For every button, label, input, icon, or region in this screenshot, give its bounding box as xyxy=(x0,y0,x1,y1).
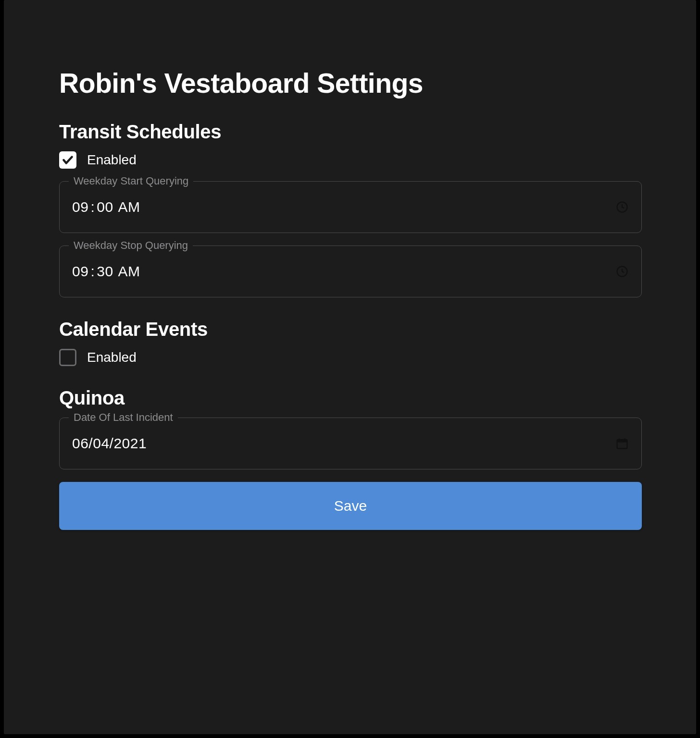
time-colon: : xyxy=(88,199,97,215)
section-heading-transit: Transit Schedules xyxy=(59,121,641,143)
date-last-incident-legend: Date Of Last Incident xyxy=(69,411,178,424)
start-ampm: AM xyxy=(113,199,140,215)
transit-enabled-row: Enabled xyxy=(59,151,641,169)
section-heading-quinoa: Quinoa xyxy=(59,387,641,409)
weekday-stop-field[interactable]: Weekday Stop Querying 09:30AM xyxy=(59,246,642,297)
page-title: Robin's Vestaboard Settings xyxy=(59,67,641,99)
date-last-incident-field[interactable]: Date Of Last Incident 06/04/2021 xyxy=(59,418,642,469)
weekday-stop-legend: Weekday Stop Querying xyxy=(69,239,193,252)
stop-hour: 09 xyxy=(72,263,88,279)
calendar-enabled-row: Enabled xyxy=(59,349,641,366)
clock-icon[interactable] xyxy=(615,265,629,278)
calendar-icon[interactable] xyxy=(615,437,629,450)
start-hour: 09 xyxy=(72,199,88,215)
calendar-enabled-checkbox[interactable] xyxy=(59,349,76,366)
weekday-start-value[interactable]: 09:00AM xyxy=(72,199,615,215)
weekday-start-legend: Weekday Start Querying xyxy=(69,175,193,187)
weekday-start-field[interactable]: Weekday Start Querying 09:00AM xyxy=(59,181,642,233)
transit-enabled-label: Enabled xyxy=(87,152,137,168)
save-button[interactable]: Save xyxy=(59,482,642,530)
svg-rect-3 xyxy=(617,440,627,443)
check-icon xyxy=(62,154,74,166)
start-minute: 00 xyxy=(97,199,113,215)
weekday-stop-value[interactable]: 09:30AM xyxy=(72,263,615,280)
transit-enabled-checkbox[interactable] xyxy=(59,151,76,169)
stop-minute: 30 xyxy=(97,263,113,279)
date-last-incident-value[interactable]: 06/04/2021 xyxy=(72,435,615,452)
settings-page: Robin's Vestaboard Settings Transit Sche… xyxy=(4,0,696,734)
time-colon: : xyxy=(88,263,97,279)
section-heading-calendar: Calendar Events xyxy=(59,319,641,340)
clock-icon[interactable] xyxy=(615,200,629,214)
stop-ampm: AM xyxy=(113,263,140,279)
calendar-enabled-label: Enabled xyxy=(87,350,137,365)
